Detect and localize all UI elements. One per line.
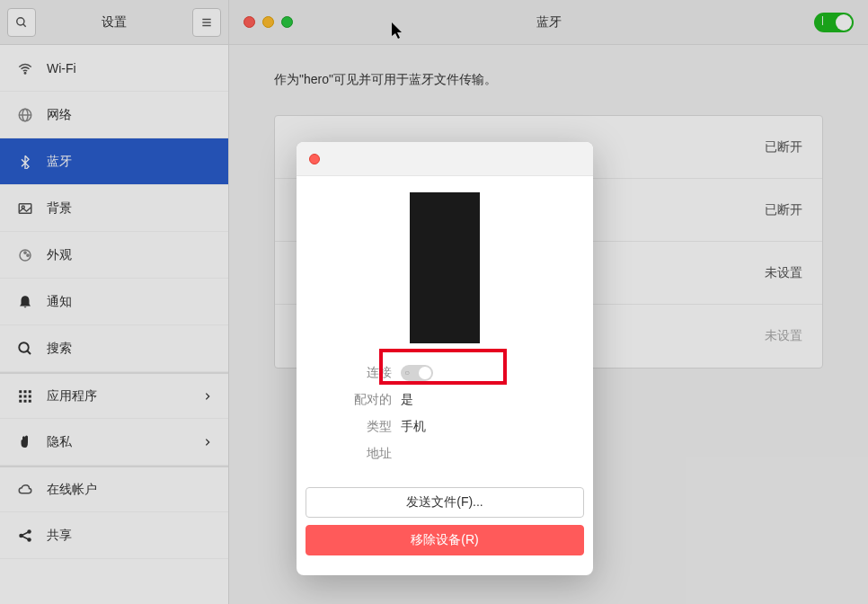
detail-label: 类型 (341, 419, 392, 435)
send-files-button[interactable]: 发送文件(F)... (306, 487, 584, 518)
connect-toggle[interactable] (401, 365, 433, 381)
detail-label: 地址 (341, 446, 392, 462)
dialog-close-button[interactable] (309, 154, 320, 164)
dialog-actions: 发送文件(F)... 移除设备(R) (297, 482, 593, 575)
detail-value: 是 (401, 392, 413, 408)
detail-row-type: 类型 手机 (341, 413, 548, 440)
device-thumbnail (410, 192, 480, 343)
device-details: 连接 配对的 是 类型 手机 地址 (341, 360, 548, 467)
device-detail-dialog: 连接 配对的 是 类型 手机 地址 发送文件(F)... 移除设备(R) (297, 142, 593, 575)
remove-device-button[interactable]: 移除设备(R) (306, 525, 584, 555)
detail-label: 连接 (341, 365, 392, 381)
detail-row-address: 地址 (341, 440, 548, 467)
detail-row-connect: 连接 (341, 360, 548, 386)
detail-label: 配对的 (341, 392, 392, 408)
detail-value: 手机 (401, 419, 426, 435)
dialog-header (297, 142, 593, 176)
detail-row-paired: 配对的 是 (341, 386, 548, 413)
dialog-body: 连接 配对的 是 类型 手机 地址 (297, 176, 593, 482)
